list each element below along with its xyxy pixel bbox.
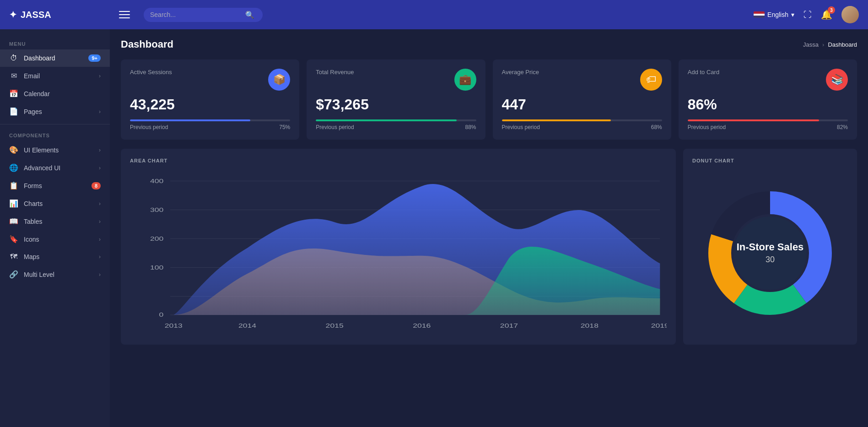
arrow-icon-icons: › [99,236,101,243]
sidebar-label-charts: Charts [24,200,93,207]
stat-footer-active-sessions: Previous period 75% [130,124,290,130]
sidebar-item-tables[interactable]: 📖 Tables › [0,212,110,230]
donut-chart-card: DONUT CHART [683,149,857,345]
svg-text:0: 0 [159,311,164,318]
hamburger-menu[interactable] [119,11,130,18]
svg-text:200: 200 [150,235,164,242]
user-avatar[interactable] [841,6,859,23]
sidebar-label-ui-elements: UI Elements [24,146,93,154]
notification-badge: 3 [828,6,835,14]
donut-chart-title: DONUT CHART [692,158,848,163]
sidebar-item-ui-elements[interactable]: 🎨 UI Elements › [0,141,110,159]
sidebar-label-dashboard: Dashboard [24,54,83,62]
sidebar-label-email: Email [24,72,93,80]
pages-icon: 📄 [9,107,18,116]
breadcrumb: Jassa › Dashboard [803,41,857,48]
stat-progress-active-sessions [130,119,290,121]
sidebar-label-icons: Icons [24,236,93,243]
arrow-icon-advanced: › [99,165,101,171]
top-navbar: ✦ JASSA 🔍 English ▾ ⛶ 🔔 3 [0,0,868,29]
svg-text:2014: 2014 [238,322,256,329]
stat-percent: 82% [837,124,848,130]
charts-icon: 📊 [9,199,18,208]
sidebar-item-charts[interactable]: 📊 Charts › [0,195,110,212]
area-chart-title: AREA CHART [130,158,667,163]
arrow-icon-multi: › [99,271,101,278]
stat-percent: 68% [651,124,662,130]
maps-icon: 🗺 [9,253,18,261]
arrow-icon: › [99,73,101,79]
sidebar-label-maps: Maps [24,253,93,260]
svg-text:2015: 2015 [326,322,344,329]
stat-value-add-to-card: 86% [688,96,848,113]
area-chart-svg: 400 300 200 100 0 2013 2014 2015 2016 20… [130,171,667,335]
sidebar-label-forms: Forms [24,182,86,189]
avatar-image [841,6,859,23]
stat-period: Previous period [502,124,540,130]
sidebar-item-icons[interactable]: 🔖 Icons › [0,230,110,248]
sidebar-divider [0,124,110,124]
stat-icon-total-revenue: 💼 [454,69,476,91]
stat-progress-total-revenue [316,119,476,121]
svg-text:300: 300 [150,206,164,213]
sidebar-item-calendar[interactable]: 📅 Calendar [0,85,110,103]
ui-elements-icon: 🎨 [9,146,18,154]
sidebar-item-maps[interactable]: 🗺 Maps › [0,248,110,265]
charts-row: AREA CHART 400 300 200 100 [121,149,857,345]
stat-card-average-price: Average Price 🏷 447 Previous period 68% [493,59,671,140]
stat-period: Previous period [316,124,354,130]
sidebar-section-components: COMPONENTS [0,128,110,141]
search-box[interactable]: 🔍 [144,8,263,22]
search-input[interactable] [150,11,242,18]
donut-chart-container: In-Store Sales 30 [692,171,848,335]
stat-period: Previous period [130,124,168,130]
flag-icon [754,11,765,18]
stat-value-active-sessions: 43,225 [130,96,290,113]
stat-card-header: Active Sessions 📦 [130,69,290,91]
arrow-icon-pages: › [99,108,101,115]
sidebar-item-email[interactable]: ✉ Email › [0,67,110,85]
sidebar-item-multi-level[interactable]: 🔗 Multi Level › [0,265,110,283]
stat-progress-average-price [502,119,662,121]
fullscreen-button[interactable]: ⛶ [803,10,812,20]
sidebar-item-pages[interactable]: 📄 Pages › [0,103,110,120]
logo-icon: ✦ [9,9,17,20]
sidebar: MENU ⏱ Dashboard 9+ ✉ Email › 📅 Calendar… [0,29,110,427]
svg-text:2017: 2017 [500,322,518,329]
page-title: Dashboard [121,38,173,50]
sidebar-item-dashboard[interactable]: ⏱ Dashboard 9+ [0,49,110,67]
chevron-down-icon: ▾ [791,11,794,18]
svg-text:2018: 2018 [581,322,598,329]
arrow-icon-tables: › [99,218,101,225]
sidebar-label-multi-level: Multi Level [24,271,93,278]
forms-icon: 📋 [9,181,18,190]
clock-icon: ⏱ [9,54,18,62]
notifications-bell[interactable]: 🔔 3 [821,9,832,20]
language-selector[interactable]: English ▾ [754,11,794,18]
breadcrumb-parent[interactable]: Jassa [803,41,819,48]
svg-text:100: 100 [150,264,164,271]
sidebar-section-menu: MENU [0,37,110,49]
svg-text:2019: 2019 [651,322,667,329]
layout: MENU ⏱ Dashboard 9+ ✉ Email › 📅 Calendar… [0,29,868,427]
advanced-ui-icon: 🌐 [9,163,18,172]
donut-wrap: In-Store Sales 30 [701,184,839,322]
arrow-icon-charts: › [99,200,101,207]
stat-progress-add-to-card [688,119,848,121]
email-icon: ✉ [9,71,18,80]
donut-center-value: 30 [737,255,804,265]
stat-cards-grid: Active Sessions 📦 43,225 Previous period… [121,59,857,140]
stat-footer-average-price: Previous period 68% [502,124,662,130]
sidebar-item-advanced-ui[interactable]: 🌐 Advanced UI › [0,159,110,177]
sidebar-item-forms[interactable]: 📋 Forms 8 [0,177,110,195]
sidebar-label-advanced-ui: Advanced UI [24,164,93,172]
stat-label-average-price: Average Price [502,69,539,76]
calendar-icon: 📅 [9,89,18,98]
area-chart-card: AREA CHART 400 300 200 100 [121,149,676,345]
donut-center-title: In-Store Sales [737,241,804,253]
stat-percent: 75% [279,124,290,130]
stat-label-add-to-card: Add to Card [688,69,719,76]
app-logo[interactable]: ✦ JASSA [9,9,110,20]
stat-value-average-price: 447 [502,96,662,113]
stat-card-header: Total Revenue 💼 [316,69,476,91]
